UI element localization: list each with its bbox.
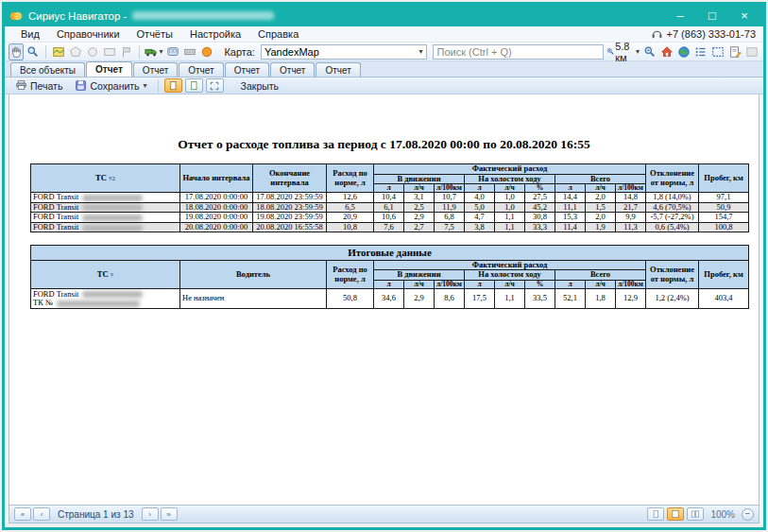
page-view-continuous-button[interactable] <box>185 78 203 93</box>
cell: 10,7 <box>435 193 465 203</box>
page-view-single-button[interactable] <box>164 78 182 93</box>
first-page-icon: « <box>21 510 25 519</box>
zoom-in-scale-button[interactable]: 5.8 км ▾ <box>606 43 640 60</box>
col-header-norm-consumption[interactable]: Расход по норме, л <box>327 164 374 193</box>
map-selector-combo[interactable]: YandexMap ▾ <box>261 44 427 60</box>
app-window: Сириус Навигатор - – □ × Вид Справочники… <box>2 2 766 530</box>
prev-page-button[interactable]: ‹ <box>33 507 50 521</box>
polygon-tool-button[interactable] <box>68 43 83 60</box>
cell: 11,4 <box>555 222 586 232</box>
vehicle-name: FORD Transit <box>33 289 78 299</box>
col-header-interval-end[interactable]: Окончание интервала <box>253 164 327 193</box>
print-button[interactable]: Печать <box>10 77 67 94</box>
cell: 1,8 <box>586 289 616 309</box>
cell: 50,8 <box>327 289 374 309</box>
flag-tool-button[interactable] <box>119 43 134 60</box>
table-row[interactable]: FORD Transit 17.08.2020 0:00:00 17.08.20… <box>31 193 749 203</box>
col-label: ТС <box>97 269 109 279</box>
unit-lph: л/ч <box>586 184 616 193</box>
support-phone: +7 (863) 333-01-73 <box>651 28 756 41</box>
globe-icon <box>677 45 691 59</box>
minimize-button[interactable]: – <box>665 8 695 25</box>
tab-label: Отчет <box>325 65 350 76</box>
circle-tool-button[interactable] <box>85 43 100 60</box>
bus-button[interactable] <box>165 43 180 60</box>
tab-report-6[interactable]: Отчет <box>316 62 360 77</box>
col-header-driver[interactable]: Водитель <box>180 260 327 288</box>
menu-reports[interactable]: Отчёты <box>128 27 181 41</box>
maximize-button[interactable]: □ <box>697 8 727 25</box>
close-button[interactable]: × <box>729 8 759 25</box>
view-single-page-button[interactable] <box>647 507 664 521</box>
driver-cell: Не назначен <box>180 289 327 309</box>
unit-l: л <box>555 280 586 288</box>
fit-page-button[interactable] <box>206 78 224 93</box>
vehicles-dropdown-button[interactable]: ▾ <box>144 43 163 60</box>
home-icon <box>660 45 674 59</box>
menu-directories[interactable]: Справочники <box>48 27 128 41</box>
edit-note-button[interactable] <box>727 43 742 60</box>
cell: 5,0 <box>465 202 495 213</box>
page-icon <box>188 80 199 92</box>
cell: 1,1 <box>495 289 525 309</box>
tab-report-2[interactable]: Отчет <box>133 62 178 77</box>
select-area-button[interactable] <box>710 43 725 60</box>
col-header-mileage[interactable]: Пробег, км <box>699 260 749 288</box>
col-header-interval-start[interactable]: Начало интервала <box>180 164 253 193</box>
list-view-button[interactable] <box>693 43 708 60</box>
geozones-button[interactable] <box>199 43 214 60</box>
globe-button[interactable] <box>676 43 691 60</box>
pan-tool-button[interactable] <box>9 43 24 60</box>
tab-report-4[interactable]: Отчет <box>225 62 269 77</box>
tab-report-1[interactable]: Отчет <box>86 61 132 77</box>
report-toolbar: Печать Сохранить ▾ Закрыть <box>5 77 763 94</box>
col-group-moving: В движении <box>374 174 465 184</box>
zoom-out-button[interactable] <box>642 43 657 60</box>
home-button[interactable] <box>659 43 674 60</box>
col-header-deviation[interactable]: Отклонение от нормы, л <box>646 260 699 288</box>
page-icon <box>651 509 660 519</box>
first-page-button[interactable]: « <box>14 507 31 521</box>
cell: 17,5 <box>465 289 495 309</box>
view-two-pages-button[interactable] <box>687 507 704 521</box>
zoom-tool-button[interactable] <box>26 43 41 60</box>
cell: 10,8 <box>327 222 374 232</box>
minimize-icon: – <box>676 9 683 23</box>
last-page-button[interactable]: » <box>161 507 178 521</box>
close-report-button[interactable]: Закрыть <box>236 78 283 94</box>
hand-icon <box>9 45 23 59</box>
unit-lph: л/ч <box>404 184 435 193</box>
table-row[interactable]: FORD Transit 18.08.2020 0:00:00 18.08.20… <box>31 202 749 213</box>
tab-report-3[interactable]: Отчет <box>179 62 223 77</box>
rectangle-tool-button[interactable] <box>102 43 117 60</box>
tab-report-5[interactable]: Отчет <box>270 62 315 77</box>
routes-button[interactable] <box>182 43 197 60</box>
cell: 45,2 <box>525 202 555 213</box>
col-header-deviation[interactable]: Отклонение от нормы, л <box>646 164 699 193</box>
save-button[interactable]: Сохранить ▾ <box>70 77 151 94</box>
list-icon <box>694 45 708 59</box>
menu-help[interactable]: Справка <box>249 27 307 41</box>
cell: 20,9 <box>327 213 374 223</box>
col-group-total: Всего <box>555 174 646 184</box>
tab-label: Все объекты <box>20 65 76 76</box>
view-fit-width-button[interactable] <box>667 507 684 521</box>
table-row[interactable]: FORD Transit ТК № Не назначен 50,8 34,6 … <box>31 289 749 309</box>
map-edit-button[interactable] <box>51 43 66 60</box>
table-row[interactable]: FORD Transit 20.08.2020 0:00:00 20.08.20… <box>31 222 749 232</box>
col-header-vehicle[interactable]: ТС ▾2 <box>31 164 180 193</box>
zoom-out-slider-button[interactable]: − <box>742 508 754 521</box>
col-header-vehicle[interactable]: ТС ▾ <box>31 260 180 288</box>
table-row[interactable]: FORD Transit 19.08.2020 0:00:00 19.08.20… <box>31 213 749 223</box>
separator <box>158 79 159 93</box>
col-header-mileage[interactable]: Пробег, км <box>699 164 749 193</box>
col-header-norm-consumption[interactable]: Расход по норме, л <box>327 260 374 288</box>
phone-number: +7 (863) 333-01-73 <box>667 28 756 40</box>
cell: 30,8 <box>525 213 555 223</box>
search-input[interactable] <box>433 44 605 60</box>
tab-all-objects[interactable]: Все объекты <box>10 62 85 77</box>
menu-view[interactable]: Вид <box>12 27 48 41</box>
menu-settings[interactable]: Настройка <box>181 27 249 41</box>
unit-l100: л/100км <box>435 184 465 193</box>
next-page-button[interactable]: › <box>142 507 159 521</box>
